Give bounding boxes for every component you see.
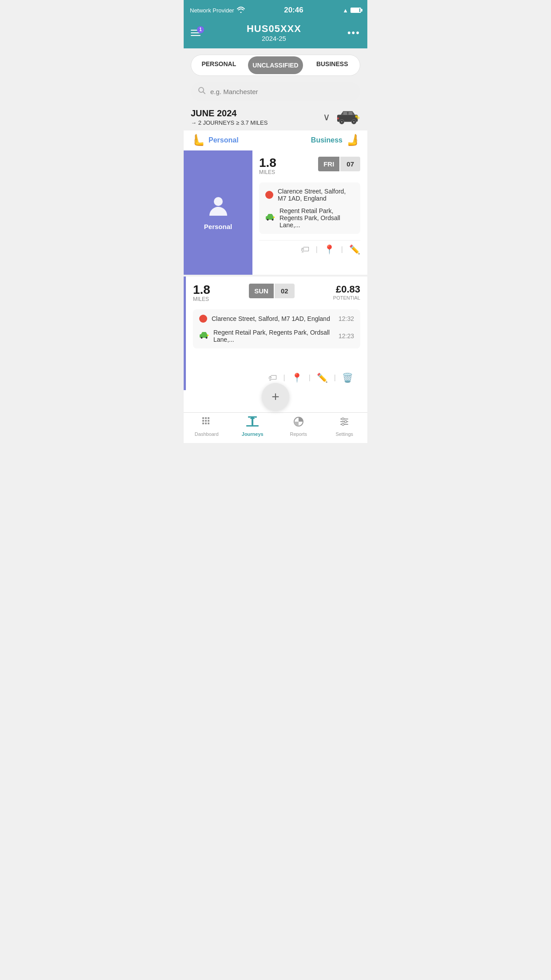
location-icon: ▲ (342, 7, 348, 14)
tag-icon-1[interactable]: 🏷 (301, 245, 310, 255)
journey-card-content-1: 1.8 MILES FRI 07 Clarence Street, Salfor… (184, 150, 367, 275)
miles-label-2: MILES (193, 296, 210, 302)
more-button[interactable]: ••• (347, 27, 360, 39)
potential-section: £0.83 POTENTIAL (333, 284, 360, 300)
route-box-1: Clarence Street, Salford, M7 1AD, Englan… (259, 182, 360, 234)
location-pin-icon-1[interactable]: 📍 (324, 244, 335, 255)
notification-badge: 1 (197, 26, 204, 33)
classification-tabs: PERSONAL UNCLASSIFIED BUSINESS (191, 55, 360, 76)
journey-card-1: Personal 1.8 MILES FRI 07 Clarence Stree… (184, 150, 367, 275)
miles-label-1: MILES (259, 169, 276, 175)
arrow-icon: → (191, 119, 198, 126)
origin-text-1: Clarence Street, Salford, M7 1AD, Englan… (278, 188, 354, 202)
svg-rect-19 (207, 335, 209, 336)
svg-rect-20 (202, 417, 204, 419)
destination-car-icon-2 (199, 332, 209, 341)
svg-point-17 (201, 337, 203, 339)
day-num-1: 07 (340, 157, 360, 171)
year-range: 2024-25 (247, 35, 301, 42)
svg-point-18 (206, 337, 208, 339)
journey-stats: → 2 JOURNEYS ≥ 3.7 MILES (191, 119, 268, 126)
svg-rect-24 (205, 420, 207, 422)
battery-icon (350, 8, 361, 13)
svg-point-6 (341, 121, 342, 122)
nav-settings[interactable]: Settings (322, 416, 368, 437)
svg-rect-4 (349, 112, 353, 115)
swipe-personal-hint: 🫷 Personal (191, 133, 239, 147)
tab-unclassified[interactable]: UNCLASSIFIED (248, 56, 303, 74)
day-badge-1: FRI 07 (318, 157, 360, 171)
edit-icon-1[interactable]: ✏️ (349, 244, 360, 255)
miles-value-1: 1.8 (259, 157, 276, 169)
fab-add-button[interactable]: + (262, 383, 289, 411)
bottom-navigation: Dashboard Journeys Reports (184, 412, 367, 443)
reports-icon (293, 416, 304, 430)
tab-business[interactable]: BUSINESS (304, 55, 360, 75)
header-title: HUS05XXX 2024-25 (247, 23, 301, 42)
search-input[interactable] (210, 88, 353, 95)
svg-rect-10 (337, 118, 339, 119)
day-name-1: FRI (318, 157, 339, 171)
swipe-business-hint: Business 🫸 (311, 133, 360, 147)
origin-text-2: Clarence Street, Salford, M7 1AD, Englan… (212, 315, 330, 322)
origin-time-2: 12:32 (338, 315, 354, 322)
svg-point-8 (353, 121, 355, 122)
status-bar: Network Provider 20:46 ▲ (184, 0, 367, 20)
svg-point-13 (267, 219, 269, 221)
status-left: Network Provider (190, 7, 245, 14)
month-info: JUNE 2024 → 2 JOURNEYS ≥ 3.7 MILES (191, 108, 268, 126)
svg-rect-25 (208, 420, 209, 422)
total-miles: 3.7 MILES (241, 119, 268, 126)
journey-miles-1: 1.8 MILES (259, 157, 276, 175)
menu-button[interactable]: 1 (191, 30, 201, 36)
car-icon (335, 109, 360, 125)
potential-label: POTENTIAL (333, 295, 360, 300)
destination-text-1: Regent Retail Park, Regents Park, Ordsal… (279, 207, 354, 229)
search-bar (191, 82, 360, 101)
svg-rect-21 (205, 417, 207, 419)
svg-rect-15 (273, 217, 275, 218)
delete-icon-2[interactable]: 🗑️ (342, 372, 353, 383)
location-pin-icon-2[interactable]: 📍 (291, 372, 303, 383)
personal-label: Personal (209, 136, 239, 144)
svg-rect-23 (202, 420, 204, 422)
svg-rect-22 (208, 417, 209, 419)
status-right: ▲ (342, 7, 361, 14)
destination-time-2: 12:23 (338, 332, 354, 340)
swipe-hints: 🫷 Personal Business 🫸 (184, 130, 367, 150)
hand-left-icon: 🫷 (191, 133, 205, 147)
month-title: JUNE 2024 (191, 108, 268, 119)
svg-rect-30 (246, 425, 259, 427)
svg-rect-26 (202, 423, 204, 424)
svg-rect-28 (208, 423, 209, 424)
dashboard-icon (201, 416, 212, 430)
hand-right-icon: 🫸 (346, 133, 360, 147)
nav-reports[interactable]: Reports (276, 416, 322, 437)
tab-personal[interactable]: PERSONAL (191, 55, 247, 75)
edit-icon-2[interactable]: ✏️ (317, 372, 328, 383)
vehicle-id: HUS05XXX (247, 23, 301, 35)
route-destination-1: Regent Retail Park, Regents Park, Ordsal… (265, 207, 354, 229)
route-origin-2: Clarence Street, Salford, M7 1AD, Englan… (199, 315, 354, 323)
nav-journeys[interactable]: Journeys (230, 416, 276, 437)
route-box-2: Clarence Street, Salford, M7 1AD, Englan… (193, 309, 360, 348)
journey-count: 2 JOURNEYS (198, 119, 235, 126)
fab-area: + (184, 390, 367, 412)
wifi-icon (237, 7, 245, 14)
route-origin-1: Clarence Street, Salford, M7 1AD, Englan… (265, 188, 354, 202)
destination-text-2: Regent Retail Park, Regents Park, Ordsal… (213, 329, 338, 343)
journeys-icon (246, 416, 259, 430)
route-destination-2: Regent Retail Park, Regents Park, Ordsal… (199, 329, 354, 343)
day-num-2: 02 (275, 284, 295, 298)
dashboard-nav-label: Dashboard (195, 431, 219, 437)
origin-dot-2 (199, 315, 207, 323)
nav-dashboard[interactable]: Dashboard (184, 416, 230, 437)
search-icon (198, 87, 206, 97)
svg-rect-3 (343, 112, 347, 115)
journey-top-1: 1.8 MILES FRI 07 (259, 157, 360, 175)
carrier-text: Network Provider (190, 7, 234, 14)
miles-value-2: 1.8 (193, 284, 210, 296)
business-label: Business (311, 136, 342, 144)
month-expand-button[interactable]: ∨ (323, 111, 330, 123)
tag-icon-2[interactable]: 🏷 (268, 373, 277, 383)
